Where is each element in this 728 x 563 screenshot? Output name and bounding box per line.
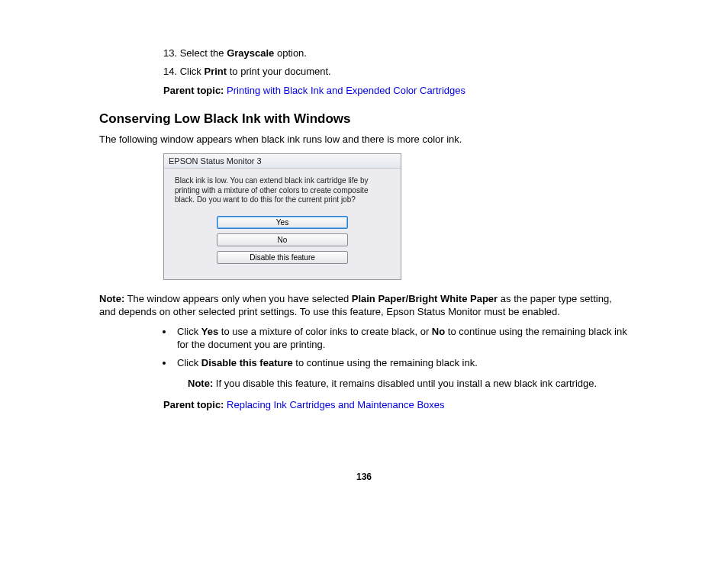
parent-topic-label: Parent topic: bbox=[163, 399, 227, 410]
parent-topic-line: Parent topic: Printing with Black Ink an… bbox=[163, 84, 629, 98]
intro-paragraph: The following window appears when black … bbox=[99, 133, 629, 146]
step-bold: Grayscale bbox=[227, 47, 274, 59]
document-page: 13. Select the Grayscale option. 14. Cli… bbox=[0, 0, 728, 482]
step-14: 14. Click Print to print your document. bbox=[163, 65, 629, 79]
bullet-item: Click Disable this feature to continue u… bbox=[174, 356, 629, 391]
bullet-bold: Yes bbox=[201, 326, 218, 337]
bullet-text: Click bbox=[177, 357, 201, 368]
step-text: to print your document. bbox=[227, 66, 331, 77]
step-13: 13. Select the Grayscale option. bbox=[163, 47, 629, 60]
note-paragraph: Note: The window appears only when you h… bbox=[99, 292, 629, 319]
epson-dialog: EPSON Status Monitor 3 Black ink is low.… bbox=[163, 153, 401, 280]
bullet-text: to use a mixture of color inks to create… bbox=[218, 326, 432, 337]
bullet-item: Click Yes to use a mixture of color inks… bbox=[174, 325, 629, 352]
note-text: The window appears only when you have se… bbox=[124, 293, 352, 304]
step-text: Click bbox=[180, 66, 205, 77]
step-text: option. bbox=[274, 47, 307, 59]
dialog-titlebar: EPSON Status Monitor 3 bbox=[164, 154, 401, 169]
note-text: If you disable this feature, it remains … bbox=[213, 378, 597, 389]
section-heading: Conserving Low Black Ink with Windows bbox=[99, 111, 629, 127]
step-bold: Print bbox=[204, 66, 227, 77]
bullet-text: Click bbox=[177, 326, 201, 337]
bullet-text: to continue using the remaining black in… bbox=[293, 357, 478, 368]
page-number: 136 bbox=[99, 471, 629, 482]
bullet-bold: No bbox=[432, 326, 445, 337]
note-prefix: Note: bbox=[188, 378, 213, 389]
parent-topic-line: Parent topic: Replacing Ink Cartridges a… bbox=[163, 398, 629, 412]
parent-topic-label: Parent topic: bbox=[163, 85, 227, 96]
step-number: 14. bbox=[163, 66, 177, 77]
dialog-body: Black ink is low. You can extend black i… bbox=[164, 169, 401, 279]
bullet-list: Click Yes to use a mixture of color inks… bbox=[174, 325, 629, 391]
note-bold: Plain Paper/Bright White Paper bbox=[352, 293, 498, 304]
dialog-message: Black ink is low. You can extend black i… bbox=[175, 176, 390, 205]
parent-topic-link[interactable]: Printing with Black Ink and Expended Col… bbox=[227, 85, 465, 96]
parent-topic-link[interactable]: Replacing Ink Cartridges and Maintenance… bbox=[227, 399, 444, 410]
dialog-yes-button[interactable]: Yes bbox=[217, 216, 348, 229]
step-number: 13. bbox=[163, 47, 177, 59]
note-prefix: Note: bbox=[99, 293, 124, 304]
sub-note: Note: If you disable this feature, it re… bbox=[188, 377, 629, 391]
step-text: Select the bbox=[180, 47, 227, 59]
dialog-no-button[interactable]: No bbox=[217, 233, 348, 246]
dialog-screenshot: EPSON Status Monitor 3 Black ink is low.… bbox=[163, 153, 629, 280]
dialog-disable-button[interactable]: Disable this feature bbox=[217, 251, 348, 264]
bullet-bold: Disable this feature bbox=[201, 357, 293, 368]
